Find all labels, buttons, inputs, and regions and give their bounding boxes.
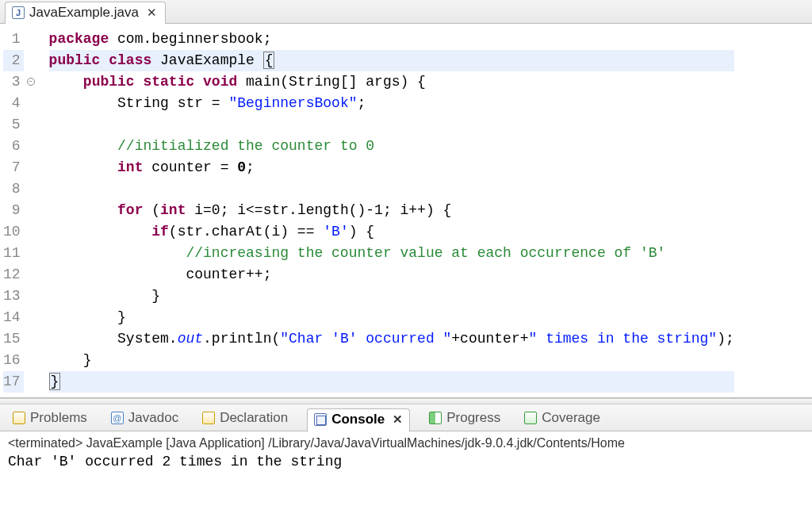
tab-label: Problems: [30, 410, 87, 426]
tab-problems[interactable]: Problems: [8, 408, 92, 428]
close-icon[interactable]: ✕: [389, 412, 403, 427]
line-number: 5: [3, 114, 24, 136]
tab-label: Coverage: [542, 410, 600, 426]
code-line[interactable]: for (int i=0; i<=str.length()-1; i++) {: [49, 200, 734, 221]
editor-tab-javaexample[interactable]: J JavaExample.java ✕: [5, 2, 166, 24]
line-number: 16: [3, 350, 24, 371]
code-line[interactable]: //increasing the counter value at each o…: [49, 243, 734, 264]
line-number: 2: [3, 50, 24, 71]
tab-label: Progress: [446, 410, 500, 426]
console-icon: [314, 413, 327, 426]
code-line[interactable]: }: [49, 350, 734, 371]
line-number: 11: [3, 243, 24, 264]
line-number: 13: [3, 285, 24, 307]
javadoc-icon: @: [111, 412, 124, 424]
console-run-header: <terminated> JavaExample [Java Applicati…: [8, 436, 804, 450]
java-file-icon: J: [12, 6, 25, 19]
code-line[interactable]: public static void main(String[] args) {: [49, 71, 734, 93]
tab-label: Console: [331, 412, 385, 427]
declaration-icon: [202, 412, 215, 424]
line-number: 9: [3, 200, 24, 221]
console-output-line: Char 'B' occurred 2 times in the string: [8, 454, 804, 469]
editor-tab-label: JavaExample.java: [29, 5, 139, 21]
fold-strip: −: [25, 24, 36, 397]
editor-tabbar: J JavaExample.java ✕: [0, 0, 812, 24]
code-line[interactable]: //initialized the counter to 0: [49, 136, 734, 157]
line-number: 12: [3, 264, 24, 285]
line-number: 3: [3, 71, 24, 93]
coverage-icon: [524, 412, 537, 424]
code-line[interactable]: }: [49, 285, 734, 307]
fold-toggle-icon[interactable]: −: [27, 78, 35, 86]
code-line[interactable]: counter++;: [49, 264, 734, 285]
line-number: 6: [3, 136, 24, 157]
close-icon[interactable]: ✕: [144, 6, 157, 20]
line-number: 17: [3, 371, 24, 393]
line-number: 7: [3, 157, 24, 178]
code-line[interactable]: package com.beginnersbook;: [49, 29, 734, 50]
problems-icon: [13, 412, 25, 424]
horizontal-splitter[interactable]: [0, 398, 812, 404]
code-line[interactable]: if(str.charAt(i) == 'B') {: [49, 221, 734, 243]
line-number: 15: [3, 328, 24, 350]
code-editor[interactable]: 1234567891011121314151617 − package com.…: [0, 24, 812, 398]
code-line[interactable]: public class JavaExample {: [49, 50, 734, 71]
code-line[interactable]: [49, 114, 734, 136]
bottom-tabbar: Problems @ Javadoc Declaration Console ✕…: [0, 404, 812, 431]
code-line[interactable]: [49, 178, 734, 200]
tab-coverage[interactable]: Coverage: [519, 408, 605, 428]
line-number: 14: [3, 307, 24, 328]
line-number: 8: [3, 178, 24, 200]
progress-icon: [429, 412, 442, 424]
tab-label: Declaration: [220, 410, 288, 426]
code-area[interactable]: package com.beginnersbook;public class J…: [36, 24, 734, 397]
tab-progress[interactable]: Progress: [424, 408, 505, 428]
code-line[interactable]: int counter = 0;: [49, 157, 734, 178]
console-panel: <terminated> JavaExample [Java Applicati…: [0, 431, 812, 474]
tab-declaration[interactable]: Declaration: [197, 408, 293, 428]
tab-label: Javadoc: [128, 410, 178, 426]
code-line[interactable]: System.out.println("Char 'B' occurred "+…: [49, 328, 734, 350]
tab-javadoc[interactable]: @ Javadoc: [106, 408, 183, 428]
code-line[interactable]: }: [49, 307, 734, 328]
line-number: 1: [3, 29, 24, 50]
code-line[interactable]: }: [49, 371, 734, 393]
tab-console[interactable]: Console ✕: [307, 408, 410, 432]
line-number: 10: [3, 221, 24, 243]
line-number-gutter: 1234567891011121314151617: [0, 24, 25, 397]
line-number: 4: [3, 93, 24, 114]
code-line[interactable]: String str = "BeginnersBook";: [49, 93, 734, 114]
